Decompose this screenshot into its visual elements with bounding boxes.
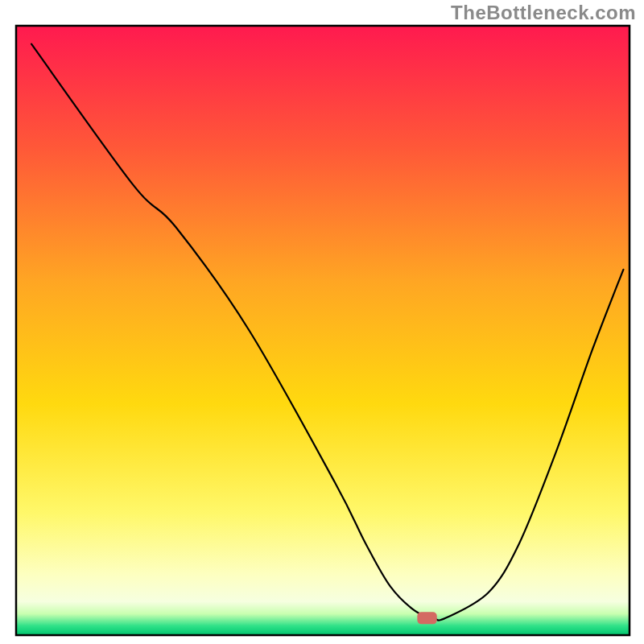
plot-background xyxy=(16,26,630,635)
chart-stage: TheBottleneck.com xyxy=(0,0,644,644)
optimum-marker xyxy=(417,612,436,624)
bottleneck-chart xyxy=(0,0,644,644)
